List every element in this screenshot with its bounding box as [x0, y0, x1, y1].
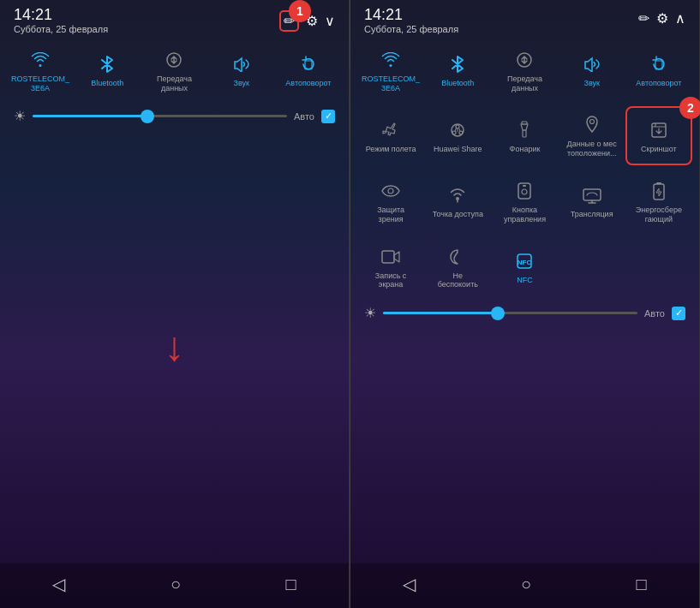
time-right: 14:21 [364, 7, 458, 24]
svg-point-15 [522, 189, 527, 194]
right-panel: 14:21 Суббота, 25 февраля ✏ ⚙ ∧ ROSTELEC… [350, 0, 700, 608]
quick-item-airplane[interactable]: Режим полета [357, 106, 424, 165]
svg-point-5 [456, 125, 459, 128]
brightness-check-left[interactable]: ✓ [321, 110, 335, 123]
wifi-icon-left [28, 48, 52, 72]
brightness-row-left: ☀ Авто ✓ [0, 103, 349, 129]
quick-item-rotate-left[interactable]: Автоповорот [275, 41, 342, 100]
quick-item-screen-record[interactable]: Запись сэкрана [357, 238, 424, 297]
back-button-right[interactable]: ◁ [403, 574, 416, 594]
back-button-left[interactable]: ◁ [52, 574, 65, 594]
quick-grid-right-2: Режим полета Huawei Share [350, 103, 699, 169]
quick-item-data-left[interactable]: Передачаданных [141, 41, 207, 100]
data-label-left: Передачаданных [157, 75, 192, 93]
quick-item-screenshot[interactable]: 2 Скриншот [625, 106, 692, 165]
rotate-label-left: Автоповорот [285, 79, 331, 88]
brightness-fill-right [383, 312, 498, 314]
quick-item-dnd[interactable]: Небеспокоить [424, 238, 491, 297]
location-icon [580, 113, 604, 137]
brightness-icon-left: ☀ [14, 108, 26, 124]
date-left: Суббота, 25 февраля [14, 24, 108, 34]
time-left: 14:21 [14, 7, 108, 24]
brightness-fill-left [33, 115, 147, 117]
brightness-track-right[interactable] [383, 312, 637, 314]
svg-rect-9 [523, 130, 526, 137]
rotate-icon-left [296, 52, 320, 76]
data-icon-left [162, 48, 186, 72]
hotspot-label: Точка доступа [433, 210, 483, 219]
svg-rect-20 [382, 251, 394, 263]
airplane-label: Режим полета [366, 145, 416, 154]
cast-label: Трансляция [571, 210, 613, 219]
settings-icon-right[interactable]: ⚙ [656, 10, 668, 27]
home-button-left[interactable]: ○ [171, 575, 181, 594]
brightness-track-left[interactable] [33, 115, 287, 117]
sound-label-left: Звук [233, 79, 248, 88]
quick-item-nfc[interactable]: NFC NFC [491, 238, 558, 297]
svg-point-12 [388, 188, 393, 194]
sound-icon-left [230, 52, 254, 76]
battery-label: Энергосберегающий [636, 206, 682, 224]
brightness-thumb-right [491, 307, 505, 320]
quick-item-sound-left[interactable]: Звук [208, 41, 275, 100]
quick-grid-right-3: Защитазрения Точка доступа [350, 169, 699, 235]
bluetooth-icon-right [446, 52, 470, 76]
status-bar-left: 14:21 Суббота, 25 февраля ✏ 1 ⚙ ∨ [0, 0, 349, 38]
nav-bar-left: ◁ ○ □ [0, 563, 349, 608]
location-label: Данные о местоположени... [567, 140, 617, 158]
cast-icon [580, 183, 604, 207]
brightness-check-right[interactable]: ✓ [672, 307, 685, 320]
brightness-auto-left: Авто [294, 111, 314, 122]
chevron-up-icon-right[interactable]: ∧ [675, 10, 685, 27]
time-date-left: 14:21 Суббота, 25 февраля [14, 7, 108, 34]
svg-rect-19 [656, 182, 661, 184]
svg-rect-16 [523, 185, 526, 187]
recent-button-right[interactable]: □ [637, 575, 647, 594]
home-button-right[interactable]: ○ [521, 575, 531, 594]
button-ctrl-label: Кнопкауправления [504, 206, 546, 224]
screen-record-label: Запись сэкрана [375, 271, 407, 290]
status-icons-right: ✏ ⚙ ∧ [638, 7, 685, 27]
dnd-icon [446, 245, 470, 269]
quick-item-eye[interactable]: Защитазрения [357, 172, 424, 231]
recent-button-left[interactable]: □ [286, 575, 296, 594]
quick-item-button-ctrl[interactable]: Кнопкауправления [491, 172, 558, 231]
chevron-down-icon-left[interactable]: ∨ [325, 13, 335, 29]
edit-icon-right[interactable]: ✏ [638, 10, 649, 27]
date-right: Суббота, 25 февраля [364, 24, 458, 34]
bluetooth-label-right: Bluetooth [441, 79, 474, 88]
quick-grid-left: ROSTELECOM_3E6A Bluetooth Передачаданных [0, 38, 349, 104]
quick-grid-right-4: Запись сэкрана Небеспокоить NFC NFC [350, 235, 699, 301]
quick-item-bluetooth-left[interactable]: Bluetooth [74, 41, 141, 100]
nfc-icon: NFC [512, 249, 536, 273]
quick-item-rotate-right[interactable]: Автоповорот [625, 41, 692, 100]
quick-item-data-right[interactable]: Передачаданных [491, 41, 558, 100]
status-icons-left: ✏ 1 ⚙ ∨ [279, 7, 335, 32]
sound-icon-right [580, 52, 604, 76]
left-panel: 14:21 Суббота, 25 февраля ✏ 1 ⚙ ∨ [0, 0, 350, 608]
badge-2: 2 [679, 97, 700, 119]
bluetooth-label-left: Bluetooth [91, 79, 123, 88]
quick-item-hotspot[interactable]: Точка доступа [424, 172, 491, 231]
button-ctrl-icon [512, 179, 536, 203]
nav-bar-right: ◁ ○ □ [350, 563, 699, 608]
quick-item-location[interactable]: Данные о местоположени... [559, 106, 625, 165]
down-arrow-icon: ↓ [165, 323, 185, 370]
brightness-row-right: ☀ Авто ✓ [350, 300, 699, 326]
quick-item-flashlight[interactable]: Фонарик [491, 106, 558, 165]
quick-item-wifi-left[interactable]: ROSTELECOM_3E6A [7, 41, 74, 100]
quick-item-wifi-right[interactable]: ROSTELECOM_3E6A [357, 41, 424, 100]
eye-icon [379, 179, 403, 203]
quick-grid-right-1: ROSTELECOM_3E6A Bluetooth Передачаданных [350, 38, 699, 104]
sound-label-right: Звук [583, 79, 599, 88]
airplane-icon [379, 118, 403, 142]
quick-item-huawei-share[interactable]: Huawei Share [424, 106, 491, 165]
eye-label: Защитазрения [377, 206, 404, 224]
data-icon-right [512, 48, 536, 72]
quick-item-battery[interactable]: Энергосберегающий [625, 172, 692, 231]
huawei-share-label: Huawei Share [434, 145, 482, 154]
quick-item-bluetooth-right[interactable]: Bluetooth [424, 41, 491, 100]
quick-item-cast[interactable]: Трансляция [559, 172, 625, 231]
quick-item-sound-right[interactable]: Звук [559, 41, 625, 100]
svg-text:NFC: NFC [518, 259, 532, 266]
